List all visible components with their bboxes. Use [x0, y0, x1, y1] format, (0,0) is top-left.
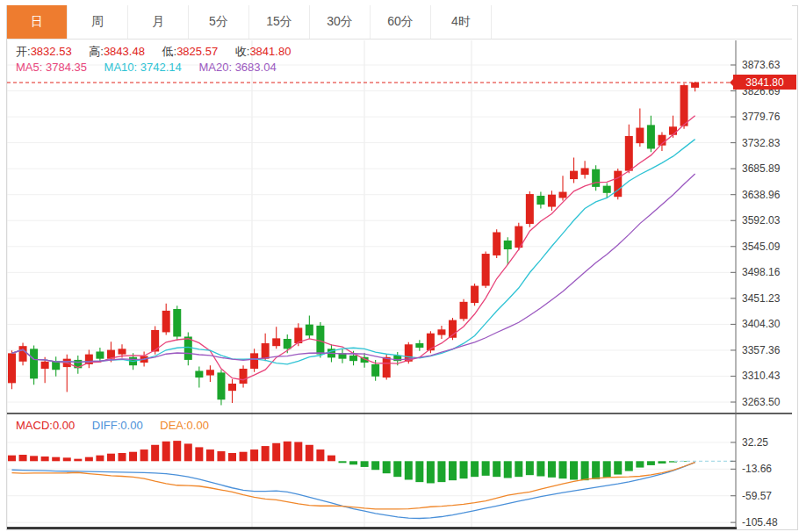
candles-layer: [8, 82, 699, 406]
chart-widget: 3873.633826.693779.763732.833685.893638.…: [0, 0, 799, 532]
open-value: 开:3832.53: [16, 45, 72, 58]
price-axis-label: 3873.63: [742, 59, 781, 71]
price-axis-label: 3779.76: [742, 111, 781, 123]
price-axis-label: 3732.83: [742, 137, 781, 149]
diff-value: DIFF:0.00: [92, 419, 143, 432]
dea-value: DEA:0.00: [160, 419, 209, 432]
tab-day[interactable]: 日: [7, 5, 68, 39]
high-value: 高:3843.48: [89, 45, 145, 58]
macd-value: MACD:0.00: [16, 419, 75, 432]
price-axis-label: 3638.96: [742, 189, 781, 201]
macd-axis-label: -13.66: [742, 463, 772, 475]
price-axis-label: 3263.50: [742, 396, 781, 408]
price-axis-label: 3451.23: [742, 292, 781, 305]
widget-border: [7, 6, 798, 530]
price-axis-label: 3685.89: [742, 162, 781, 175]
close-value: 收:3841.80: [235, 45, 292, 58]
tab-4hour[interactable]: 4时: [431, 5, 492, 39]
low-value: 低:3825.57: [162, 45, 219, 58]
period-tabbar: 日 周 月 5分 15分 30分 60分 4时: [7, 5, 792, 40]
macd-axis-label: 32.25: [742, 436, 768, 449]
price-axis-label: 3404.30: [742, 318, 781, 330]
macd-info-line: MACD:0.00 DIFF:0.00 DEA:0.00: [16, 419, 223, 432]
price-axis-label: 3498.16: [742, 266, 781, 278]
gridlines: [7, 40, 736, 528]
price-axis-label: 3545.09: [742, 241, 781, 253]
price-axis-label: 3310.43: [742, 370, 781, 382]
ma-info-line: MA5: 3784.35 MA10: 3742.14 MA20: 3683.04: [16, 61, 291, 74]
tab-15min[interactable]: 15分: [249, 5, 310, 39]
tab-5min[interactable]: 5分: [189, 5, 249, 39]
ma20-line: [12, 174, 695, 363]
macd-histogram: [8, 441, 688, 483]
tab-week[interactable]: 周: [68, 5, 128, 39]
ma20-value: MA20: 3683.04: [198, 61, 276, 74]
tab-30min[interactable]: 30分: [310, 5, 371, 39]
tab-month[interactable]: 月: [128, 5, 189, 39]
ma5-line: [12, 116, 695, 380]
price-axis-label: 3357.36: [742, 344, 781, 356]
tab-60min[interactable]: 60分: [371, 5, 431, 39]
macd-axis-label: -105.48: [742, 516, 778, 528]
ohlc-info-line: 开:3832.53 高:3843.48 低:3825.57 收:3841.80: [16, 44, 305, 60]
last-price-tag: 3841.80: [733, 75, 796, 90]
ma5-value: MA5: 3784.35: [16, 61, 87, 74]
price-axis-label: 3592.03: [742, 214, 781, 226]
macd-axis-label: -59.57: [742, 490, 772, 502]
ma10-value: MA10: 3742.14: [104, 61, 182, 74]
price-macd-chart[interactable]: 3873.633826.693779.763732.833685.893638.…: [0, 0, 799, 532]
